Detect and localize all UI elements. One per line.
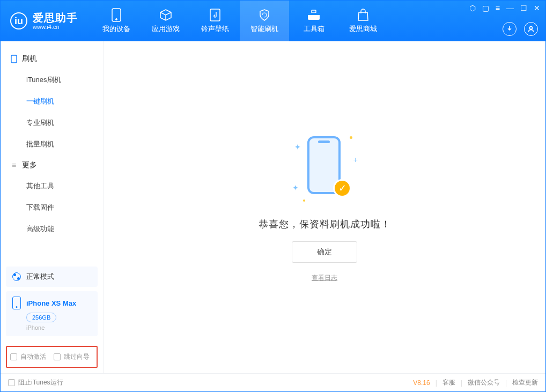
account-button[interactable] [524,22,538,36]
maximize-button[interactable]: ☐ [520,4,527,12]
brand-name: 爱思助手 [33,12,78,24]
device-card[interactable]: iPhone XS Max 256GB iPhone [6,291,98,336]
sparkle-icon: + [353,156,358,164]
svg-rect-4 [312,10,316,13]
sparkle-icon: ✦ [292,183,299,192]
close-button[interactable]: ✕ [534,4,540,12]
checkbox-icon [54,353,61,360]
brand-url: www.i4.cn [33,24,78,30]
sidebar: 刷机 iTunes刷机 一键刷机 专业刷机 批量刷机 ≡ 更多 其他工具 下载固… [1,41,104,373]
device-name: iPhone XS Max [26,299,76,307]
success-message: 恭喜您，保资料刷机成功啦！ [259,218,391,231]
ok-button[interactable]: 确定 [292,241,357,263]
main-content: ✦ ✦ + ✓ 恭喜您，保资料刷机成功啦！ 确定 查看日志 [104,41,545,373]
cube-icon [159,8,173,22]
options-box: 自动激活 跳过向导 [6,346,98,368]
link-check-update[interactable]: 检查更新 [512,378,538,387]
sidebar-group-flash: 刷机 [1,49,103,69]
view-log-link[interactable]: 查看日志 [312,273,337,283]
list-icon: ≡ [10,161,18,169]
app-logo-icon: iu [10,12,27,29]
toolbox-icon [307,8,321,22]
link-wechat[interactable]: 微信公众号 [468,378,500,387]
sidebar-item-batch-flash[interactable]: 批量刷机 [1,134,103,155]
svg-point-1 [116,19,117,20]
minimize-button[interactable]: — [506,4,514,12]
nav-tabs: 我的设备 应用游戏 铃声壁纸 智能刷机 工具箱 爱思商城 [92,1,388,41]
sidebar-group-more: ≡ 更多 [1,155,103,175]
link-support[interactable]: 客服 [442,378,455,387]
window-controls: ⬡ ▢ ≡ — ☐ ✕ [469,4,540,12]
device-type: iPhone [26,324,91,331]
statusbar: 阻止iTunes运行 V8.16 | 客服 | 微信公众号 | 检查更新 [1,373,545,391]
device-icon [12,297,21,309]
mode-card[interactable]: 正常模式 [6,267,98,287]
version-label: V8.16 [413,379,430,387]
checkbox-skip-guide[interactable]: 跳过向导 [54,352,90,361]
sidebar-item-download-firmware[interactable]: 下载固件 [1,197,103,218]
checkbox-auto-activate[interactable]: 自动激活 [10,352,46,361]
sparkle-icon: ✦ [294,143,301,151]
shield-sync-icon [257,8,271,22]
sidebar-item-pro-flash[interactable]: 专业刷机 [1,112,103,134]
dot-icon [303,199,305,202]
sidebar-item-oneclick-flash[interactable]: 一键刷机 [1,91,103,112]
dot-icon [350,136,352,139]
sidebar-item-advanced[interactable]: 高级功能 [1,218,103,240]
tab-toolbox[interactable]: 工具箱 [289,1,338,41]
tab-my-device[interactable]: 我的设备 [92,1,141,41]
checkbox-icon [10,353,17,360]
download-button[interactable] [503,22,517,36]
checkbox-icon [8,379,15,386]
shirt-icon[interactable]: ⬡ [469,4,476,12]
svg-rect-5 [308,13,320,15]
phone-icon [10,55,18,63]
tab-apps-games[interactable]: 应用游戏 [141,1,190,41]
app-window: iu 爱思助手 www.i4.cn 我的设备 应用游戏 铃声壁纸 智能刷机 [0,0,546,392]
svg-rect-7 [11,55,17,63]
success-illustration: ✦ ✦ + ✓ [287,132,362,207]
svg-point-6 [530,27,533,29]
menu-icon[interactable]: ≡ [496,4,500,12]
checkbox-block-itunes[interactable]: 阻止iTunes运行 [8,378,63,387]
feedback-icon[interactable]: ▢ [482,4,489,12]
mode-icon [12,272,21,281]
sidebar-item-other-tools[interactable]: 其他工具 [1,175,103,197]
storage-badge: 256GB [26,313,56,322]
tab-smart-flash[interactable]: 智能刷机 [240,1,289,41]
sidebar-item-itunes-flash[interactable]: iTunes刷机 [1,69,103,91]
check-badge-icon: ✓ [333,179,351,197]
music-doc-icon [208,8,222,22]
brand: iu 爱思助手 www.i4.cn [1,1,87,41]
body: 刷机 iTunes刷机 一键刷机 专业刷机 批量刷机 ≡ 更多 其他工具 下载固… [1,41,545,373]
bag-icon [356,8,370,22]
device-icon [109,8,123,22]
tab-store[interactable]: 爱思商城 [338,1,388,41]
mode-label: 正常模式 [26,272,54,282]
tab-ringtone-wallpaper[interactable]: 铃声壁纸 [190,1,240,41]
titlebar: iu 爱思助手 www.i4.cn 我的设备 应用游戏 铃声壁纸 智能刷机 [1,1,545,41]
